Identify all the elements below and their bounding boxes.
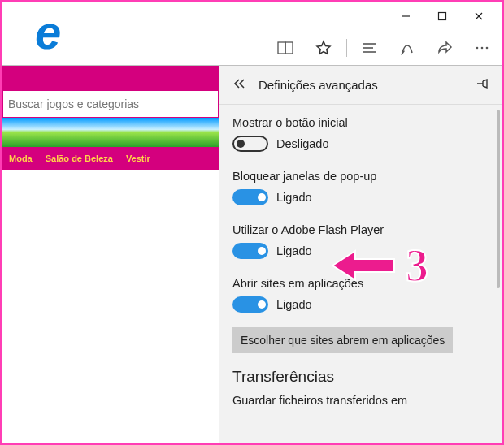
nav-item-moda[interactable]: Moda bbox=[9, 153, 33, 163]
toggle-state-text: Ligado bbox=[276, 244, 312, 257]
toggle-home-button[interactable] bbox=[232, 136, 268, 152]
browser-window: e Buscar jogos e categorias Mod bbox=[0, 0, 504, 445]
svg-rect-1 bbox=[438, 13, 445, 20]
setting-label: Abrir sites em aplicações bbox=[232, 277, 489, 290]
svg-point-11 bbox=[481, 46, 484, 49]
toggle-state-text: Ligado bbox=[276, 298, 312, 311]
advanced-settings-panel: Definições avançadas Mostrar o botão ini… bbox=[219, 66, 502, 443]
setting-block-popups: Bloquear janelas de pop-up Ligado bbox=[232, 170, 489, 205]
toggle-flash-player[interactable] bbox=[232, 243, 268, 259]
window-maximize-button[interactable] bbox=[424, 5, 460, 28]
setting-home-button: Mostrar o botão inicial Desligado bbox=[232, 116, 489, 152]
downloads-location-label: Guardar ficheiros transferidos em bbox=[232, 394, 489, 407]
nav-item-salao[interactable]: Salão de Beleza bbox=[46, 153, 113, 163]
transfers-heading: Transferências bbox=[232, 368, 489, 386]
webpage-nav: Moda Salão de Beleza Vestir bbox=[2, 147, 219, 170]
hub-icon[interactable] bbox=[358, 37, 381, 59]
panel-title: Definições avançadas bbox=[259, 78, 378, 92]
webpage-search-input[interactable]: Buscar jogos e categorias bbox=[2, 90, 219, 118]
toolbar-separator bbox=[346, 39, 347, 57]
svg-rect-5 bbox=[285, 42, 293, 54]
toggle-state-text: Ligado bbox=[276, 191, 312, 204]
reading-list-icon[interactable] bbox=[275, 37, 298, 59]
panel-header: Definições avançadas bbox=[219, 66, 502, 105]
back-icon[interactable] bbox=[232, 78, 247, 92]
choose-sites-button[interactable]: Escolher que sites abrem em aplicações bbox=[232, 327, 453, 353]
setting-label: Mostrar o botão inicial bbox=[232, 116, 489, 129]
webpage-hero-image bbox=[2, 118, 219, 147]
share-icon[interactable] bbox=[433, 37, 456, 59]
setting-label: Utilizar o Adobe Flash Player bbox=[232, 223, 489, 236]
panel-body: Mostrar o botão inicial Desligado Bloque… bbox=[219, 105, 502, 443]
browser-toolbar bbox=[2, 30, 502, 66]
scrollbar-thumb[interactable] bbox=[497, 110, 500, 288]
add-notes-icon[interactable] bbox=[396, 37, 419, 59]
window-close-button[interactable] bbox=[460, 5, 497, 28]
webpage-banner bbox=[2, 66, 219, 90]
svg-point-10 bbox=[476, 46, 479, 49]
toggle-block-popups[interactable] bbox=[232, 189, 268, 205]
svg-point-12 bbox=[486, 46, 489, 49]
edge-logo: e bbox=[35, 9, 61, 56]
setting-flash-player: Utilizar o Adobe Flash Player Ligado bbox=[232, 223, 489, 259]
window-minimize-button[interactable] bbox=[387, 5, 424, 28]
svg-marker-6 bbox=[317, 41, 330, 54]
toggle-state-text: Desligado bbox=[276, 137, 329, 150]
svg-rect-4 bbox=[278, 42, 285, 54]
pin-icon[interactable] bbox=[476, 77, 489, 93]
more-button[interactable] bbox=[471, 37, 493, 59]
setting-open-in-apps: Abrir sites em aplicações Ligado bbox=[232, 277, 489, 313]
window-titlebar bbox=[2, 2, 502, 30]
setting-label: Bloquear janelas de pop-up bbox=[232, 170, 489, 183]
toggle-open-in-apps[interactable] bbox=[232, 296, 268, 313]
favorite-star-icon[interactable] bbox=[312, 37, 335, 59]
nav-item-vestir[interactable]: Vestir bbox=[126, 153, 150, 163]
webpage-content: Buscar jogos e categorias Moda Salão de … bbox=[2, 66, 219, 443]
content-area: Buscar jogos e categorias Moda Salão de … bbox=[2, 66, 502, 443]
